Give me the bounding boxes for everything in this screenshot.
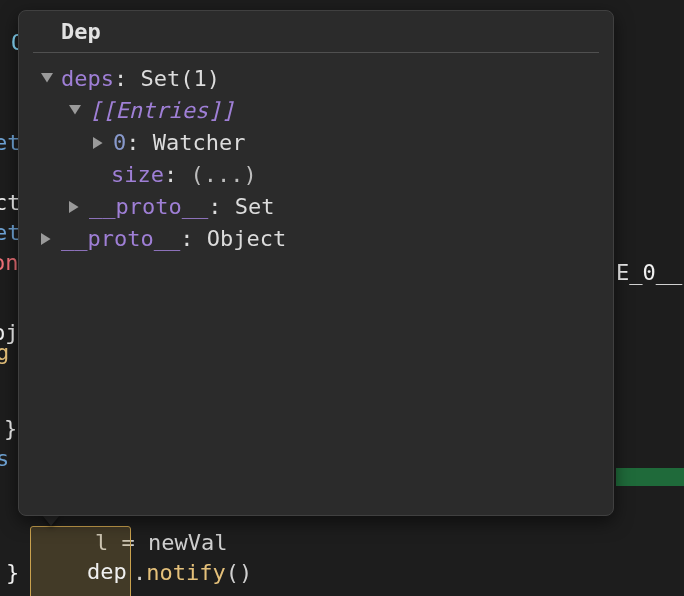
code-fragment: g — [0, 338, 9, 368]
tree-row-proto-object[interactable]: __proto__: Object — [33, 223, 599, 255]
svg-marker-3 — [69, 201, 79, 213]
svg-marker-4 — [41, 233, 51, 245]
code-token: . — [133, 560, 146, 585]
prop-key: __proto__ — [89, 191, 208, 223]
tooltip-title: Dep — [33, 17, 599, 50]
code-token: notify — [146, 560, 225, 585]
prop-value[interactable]: (...) — [190, 159, 256, 191]
prop-value: Watcher — [153, 127, 246, 159]
svg-marker-1 — [69, 105, 81, 115]
tree-row-deps[interactable]: deps: Set(1) — [33, 63, 599, 95]
svg-marker-0 — [41, 73, 53, 83]
svg-marker-2 — [93, 137, 103, 149]
prop-key: [[Entries]] — [89, 95, 235, 127]
divider — [33, 52, 599, 53]
prop-value: Object — [207, 223, 286, 255]
prop-value: Set(1) — [140, 63, 219, 95]
tree-row-size[interactable]: size: (...) — [33, 159, 599, 191]
code-line: } — [6, 558, 19, 588]
object-inspector-tooltip[interactable]: Dep deps: Set(1) [[Entries]] — [18, 10, 614, 516]
tree-row-proto-set[interactable]: __proto__: Set — [33, 191, 599, 223]
code-line: .notify() — [80, 528, 252, 596]
tooltip-pointer-icon — [42, 515, 60, 526]
diff-added-marker — [616, 468, 684, 486]
prop-key: 0 — [113, 127, 126, 159]
caret-down-icon[interactable] — [39, 71, 55, 87]
code-fragment: E_0__ — [616, 258, 682, 288]
prop-key: deps — [61, 63, 114, 95]
code-fragment: s — [0, 444, 9, 474]
caret-right-icon[interactable] — [39, 231, 55, 247]
object-tree: deps: Set(1) [[Entries]] 0: Watcher size… — [33, 63, 599, 255]
caret-right-icon[interactable] — [91, 135, 107, 151]
tree-row-entry-0[interactable]: 0: Watcher — [33, 127, 599, 159]
caret-right-icon[interactable] — [67, 199, 83, 215]
prop-key: __proto__ — [61, 223, 180, 255]
code-fragment: on — [0, 248, 19, 278]
code-fragment: } — [4, 414, 17, 444]
tree-row-entries[interactable]: [[Entries]] — [33, 95, 599, 127]
caret-down-icon[interactable] — [67, 103, 83, 119]
prop-key: size — [111, 159, 164, 191]
prop-value: Set — [235, 191, 275, 223]
code-token: () — [226, 560, 253, 585]
